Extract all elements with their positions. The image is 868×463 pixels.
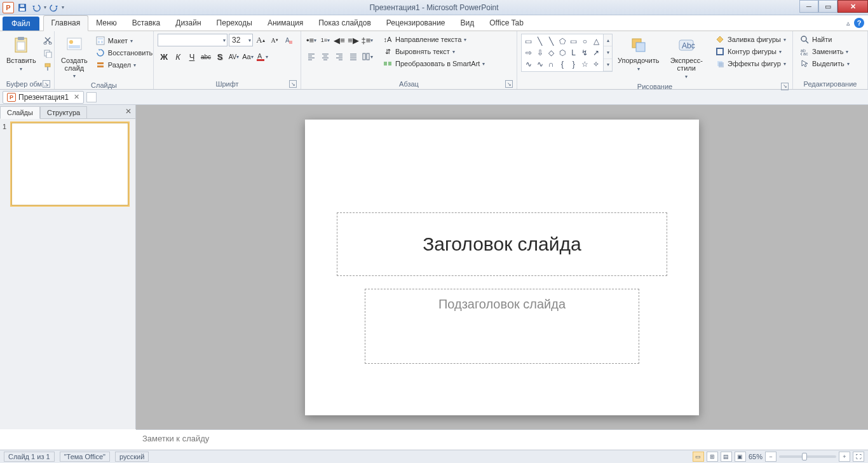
section-button[interactable]: Раздел ▾ — [93, 59, 155, 71]
subtitle-placeholder[interactable]: Подзаголовок слайда — [365, 289, 639, 364]
app-logo[interactable]: P — [2, 1, 15, 14]
font-family-combo[interactable]: ▾ — [158, 34, 227, 46]
columns-button[interactable]: ▾ — [361, 50, 374, 63]
font-color-button[interactable]: A▾ — [255, 50, 268, 63]
layout-button[interactable]: Макет ▾ — [93, 35, 155, 46]
thumbnail-preview[interactable] — [11, 123, 128, 205]
tab-file[interactable]: Файл — [3, 17, 39, 31]
slideshow-view-button[interactable]: ▣ — [735, 452, 746, 462]
new-document-tab-button[interactable] — [86, 92, 97, 102]
tab-menu[interactable]: Меню — [88, 16, 124, 31]
minimize-button[interactable]: ─ — [799, 0, 818, 13]
zoom-in-button[interactable]: + — [839, 452, 850, 462]
normal-view-button[interactable]: ▭ — [693, 452, 704, 462]
shrink-font-button[interactable]: A▾ — [268, 34, 281, 46]
font-size-combo[interactable]: 32▾ — [229, 34, 253, 46]
tab-transitions[interactable]: Переходы — [209, 16, 260, 31]
sorter-view-button[interactable]: ⊞ — [707, 452, 718, 462]
align-text-button[interactable]: ⇵Выровнять текст ▾ — [380, 46, 487, 57]
group-drawing-label: Рисование — [637, 83, 672, 90]
help-icon[interactable]: ? — [854, 18, 864, 28]
group-font: ▾ 32▾ A▴ A▾ A Ж К Ч abc S AV▾ Aa▾ A▾ Шри… — [154, 31, 301, 89]
tab-animation[interactable]: Анимация — [260, 16, 311, 31]
underline-button[interactable]: Ч — [186, 50, 198, 63]
save-button[interactable] — [16, 1, 29, 14]
change-case-button[interactable]: Aa▾ — [241, 50, 254, 63]
numbering-button[interactable]: 1≡▾ — [319, 34, 332, 46]
shape-fill-button[interactable]: Заливка фигуры ▾ — [712, 34, 789, 45]
thumbnail-item[interactable]: 1 — [3, 123, 133, 205]
maximize-button[interactable]: ▭ — [818, 0, 837, 13]
align-center-button[interactable] — [319, 50, 332, 63]
text-direction-button[interactable]: ↕AНаправление текста ▾ — [380, 34, 487, 45]
close-button[interactable]: ✕ — [837, 0, 868, 13]
copy-button[interactable] — [41, 47, 54, 60]
shape-effects-button[interactable]: Эффекты фигур ▾ — [712, 58, 789, 69]
undo-dropdown-icon[interactable]: ▾ — [44, 4, 46, 10]
tab-slideshow[interactable]: Показ слайдов — [311, 16, 379, 31]
inc-indent-button[interactable]: ≡▶ — [347, 34, 360, 46]
justify-button[interactable] — [347, 50, 360, 63]
zoom-out-button[interactable]: − — [765, 452, 776, 462]
tab-home[interactable]: Главная — [43, 15, 89, 31]
grow-font-button[interactable]: A▴ — [254, 34, 267, 46]
cut-button[interactable] — [41, 34, 54, 46]
arrange-button[interactable]: Упорядочить▾ — [615, 34, 661, 74]
align-left-button[interactable] — [305, 50, 318, 63]
tab-view[interactable]: Вид — [453, 16, 482, 31]
paragraph-launcher-icon[interactable]: ↘ — [505, 80, 513, 88]
tab-outline[interactable]: Структура — [40, 106, 87, 119]
paste-button[interactable]: Вставить▾ — [4, 34, 39, 74]
quick-styles-button[interactable]: Abc Экспресс-стили▾ — [664, 34, 709, 81]
shapes-gallery[interactable]: ▭╲╲⬠▭○△ ⇨⇩◇⬡L↯↗ ∿∿∩{}☆✧ — [521, 34, 604, 72]
shape-outline-button[interactable]: Контур фигуры ▾ — [712, 46, 789, 57]
format-painter-button[interactable] — [41, 60, 54, 73]
document-tab-close-icon[interactable]: ✕ — [74, 93, 79, 101]
select-button[interactable]: Выделить ▾ — [797, 58, 852, 69]
find-button[interactable]: Найти — [797, 34, 852, 45]
slide[interactable]: Заголовок слайда Подзаголовок слайда — [305, 120, 699, 415]
notes-pane[interactable]: Заметки к слайду — [136, 429, 868, 450]
bullets-button[interactable]: •≡▾ — [305, 34, 318, 46]
replace-button[interactable]: abacЗаменить ▾ — [797, 46, 852, 57]
strike-button[interactable]: abc — [200, 50, 212, 63]
title-placeholder[interactable]: Заголовок слайда — [337, 212, 667, 276]
char-spacing-button[interactable]: AV▾ — [227, 50, 240, 63]
font-launcher-icon[interactable]: ↘ — [289, 80, 297, 88]
clear-format-button[interactable]: A — [282, 34, 295, 46]
align-right-button[interactable] — [333, 50, 346, 63]
tab-review[interactable]: Рецензирование — [379, 16, 453, 31]
new-slide-button[interactable]: Создать слайд ▾ — [58, 34, 90, 80]
zoom-value[interactable]: 65% — [749, 453, 763, 460]
reset-button[interactable]: Восстановить — [93, 47, 155, 59]
tab-design[interactable]: Дизайн — [168, 16, 208, 31]
reading-view-button[interactable]: ▤ — [721, 452, 732, 462]
redo-button[interactable] — [48, 1, 60, 14]
italic-button[interactable]: К — [172, 50, 184, 63]
ribbon-collapse-icon[interactable]: ▵ — [846, 19, 850, 27]
status-slide-number[interactable]: Слайд 1 из 1 — [4, 452, 55, 462]
tab-insert[interactable]: Вставка — [125, 16, 168, 31]
line-spacing-button[interactable]: ‡≡▾ — [361, 34, 374, 46]
svg-rect-15 — [97, 37, 104, 45]
dec-indent-button[interactable]: ◀≡ — [333, 34, 346, 46]
bold-button[interactable]: Ж — [158, 50, 170, 63]
convert-smartart-button[interactable]: Преобразовать в SmartArt ▾ — [380, 58, 487, 69]
status-theme[interactable]: "Тема Office" — [60, 452, 110, 462]
tab-slides-thumbnails[interactable]: Слайды — [0, 106, 40, 119]
shadow-button[interactable]: S — [214, 50, 226, 63]
undo-button[interactable] — [30, 1, 43, 14]
document-tab[interactable]: P Презентация1 ✕ — [3, 91, 84, 104]
svg-text:Abc: Abc — [682, 41, 695, 50]
slide-canvas-area[interactable]: Заголовок слайда Подзаголовок слайда — [136, 105, 868, 429]
tab-office-tab[interactable]: Office Tab — [482, 16, 531, 31]
status-language[interactable]: русский — [115, 452, 149, 462]
zoom-slider-knob[interactable] — [802, 453, 807, 460]
fit-window-button[interactable]: ⛶ — [853, 452, 864, 462]
clipboard-launcher-icon[interactable]: ↘ — [43, 80, 50, 88]
drawing-launcher-icon[interactable]: ↘ — [781, 83, 789, 90]
zoom-slider[interactable] — [779, 455, 836, 458]
shapes-gallery-scroll[interactable]: ▴▾▾ — [604, 34, 613, 72]
side-panel-close-icon[interactable]: ✕ — [125, 107, 132, 116]
qat-customize-icon[interactable]: ▾ — [62, 4, 64, 10]
